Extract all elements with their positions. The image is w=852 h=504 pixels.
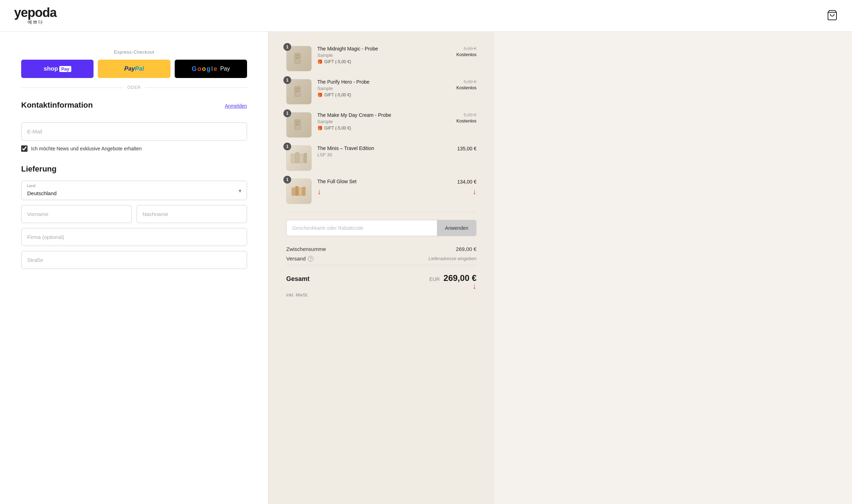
item-discount-1: 🎁 GIFT (-5,00 €) [317, 92, 451, 97]
product-thumbnail-icon-3 [290, 149, 308, 167]
company-input[interactable] [21, 228, 247, 246]
item-image-4 [286, 179, 312, 204]
item-subtitle-1: Sample [317, 86, 451, 91]
item-discount-0: 🎁 GIFT (-5,00 €) [317, 59, 451, 64]
product-thumbnail-icon-1 [292, 85, 306, 99]
total-label: Gesamt [286, 275, 310, 283]
item-img-wrap-0: 1 [286, 46, 312, 71]
item-final-price-4: 134,00 € [457, 179, 477, 185]
item-final-price-3: 135,00 € [457, 146, 477, 151]
item-original-price-1: 5,00 € [456, 79, 476, 84]
newsletter-row: Ich möchte News und exklusive Angebote e… [21, 145, 247, 152]
item-img-wrap-1: 1 [286, 79, 312, 104]
coupon-row: Anwenden [286, 220, 476, 236]
newsletter-checkbox[interactable] [21, 145, 28, 152]
item-name-4: The Full Glow Set [317, 179, 452, 184]
svg-rect-18 [295, 186, 298, 196]
coupon-input[interactable] [286, 220, 437, 236]
item-subtitle-0: Sample [317, 53, 451, 58]
item-quantity-badge-4: 1 [283, 176, 291, 184]
svg-rect-16 [304, 153, 307, 163]
shipping-label: Versand ? [286, 256, 313, 262]
cart-item-minis-travel: 1 The Minis – Travel Edition LSF 30 [286, 145, 476, 171]
item-original-price-2: 5,00 € [456, 112, 476, 118]
red-arrow-down-1: ↓ [317, 187, 321, 196]
item-quantity-badge-0: 1 [283, 43, 291, 51]
newsletter-label: Ich möchte News und exklusive Angebote e… [31, 146, 142, 151]
country-select[interactable]: Deutschland [21, 181, 247, 200]
arrow-indicators: ↓ [317, 187, 452, 196]
firstname-input[interactable] [21, 205, 132, 223]
svg-rect-11 [295, 124, 300, 124]
cart-items-list: 1 The Midnight Magic - Probe Sample [286, 46, 476, 204]
subtotal-value: 269,00 € [456, 246, 476, 252]
vat-note: inkl. MwSt. [286, 292, 476, 298]
item-subtitle-2: Sample [317, 119, 451, 124]
item-details-4: The Full Glow Set ↓ [317, 179, 452, 196]
street-input[interactable] [21, 251, 247, 269]
lastname-input[interactable] [137, 205, 247, 223]
gift-icon-1: 🎁 [317, 92, 323, 97]
red-arrow-price: ↓ [457, 187, 477, 196]
item-quantity-badge-3: 1 [283, 143, 291, 150]
item-details-0: The Midnight Magic - Probe Sample 🎁 GIFT… [317, 46, 451, 64]
shipping-note: Lieferadresse eingeben [428, 256, 476, 261]
express-checkout-label: Express-Checkout [21, 49, 247, 55]
item-price-1: 5,00 € Kostenlos [456, 79, 476, 91]
item-image-2 [286, 112, 312, 138]
site-header: yepoda 예쁘다 [0, 0, 852, 32]
svg-rect-10 [295, 121, 300, 122]
shipping-info-icon[interactable]: ? [308, 256, 313, 262]
anmelden-link[interactable]: Anmelden [225, 103, 247, 109]
item-details-1: The Purify Hero - Probe Sample 🎁 GIFT (-… [317, 79, 451, 97]
svg-rect-19 [299, 188, 302, 196]
item-name-0: The Midnight Magic - Probe [317, 46, 451, 52]
shoppay-button[interactable]: shop Pay [21, 60, 94, 78]
name-row [21, 205, 247, 223]
gpay-logo: Google Pay [192, 65, 230, 73]
order-summary-panel: 1 The Midnight Magic - Probe Sample [268, 32, 494, 504]
gift-icon-2: 🎁 [317, 126, 323, 131]
svg-rect-3 [295, 57, 300, 58]
cart-item-midnight-magic: 1 The Midnight Magic - Probe Sample [286, 46, 476, 71]
item-name-3: The Minis – Travel Edition [317, 145, 452, 151]
gift-icon-0: 🎁 [317, 59, 323, 64]
svg-rect-17 [292, 188, 295, 196]
item-price-4: 134,00 € ↓ [457, 179, 477, 196]
item-subtitle-3: LSF 30 [317, 152, 452, 157]
main-layout: Express-Checkout shop Pay PayPal Google … [0, 32, 852, 504]
logo-text: yepoda [14, 6, 56, 19]
cart-item-full-glow: 1 The Full Glow Set ↓ [286, 179, 476, 204]
payment-buttons: shop Pay PayPal Google Pay [21, 60, 247, 78]
item-name-1: The Purify Hero - Probe [317, 79, 451, 85]
svg-rect-6 [295, 88, 300, 89]
item-image-0 [286, 46, 312, 71]
item-img-wrap-2: 1 [286, 112, 312, 138]
summary-divider [286, 265, 476, 265]
email-input[interactable] [21, 122, 247, 140]
svg-rect-20 [302, 187, 305, 196]
item-details-2: The Make My Day Cream - Probe Sample 🎁 G… [317, 112, 451, 131]
item-image-1 [286, 79, 312, 104]
item-quantity-badge-1: 1 [283, 76, 291, 84]
shop-text: shop [44, 65, 58, 72]
item-quantity-badge-2: 1 [283, 109, 291, 117]
coupon-apply-button[interactable]: Anwenden [437, 220, 476, 236]
oder-divider: ODER [21, 85, 247, 90]
item-img-wrap-3: 1 [286, 145, 312, 171]
paypal-button[interactable]: PayPal [98, 60, 170, 78]
shopping-bag-icon [827, 10, 838, 21]
cart-button[interactable] [827, 10, 838, 22]
gpay-button[interactable]: Google Pay [175, 60, 247, 78]
cart-divider [286, 212, 476, 212]
checkout-form-panel: Express-Checkout shop Pay PayPal Google … [0, 32, 268, 504]
pay-badge: Pay [59, 66, 71, 72]
product-thumbnail-icon-0 [292, 52, 306, 66]
shoppay-logo: shop Pay [44, 65, 71, 72]
item-price-3: 135,00 € [457, 145, 477, 152]
item-discount-2: 🎁 GIFT (-5,00 €) [317, 126, 451, 131]
product-thumbnail-icon-2 [292, 118, 306, 132]
svg-rect-15 [300, 154, 303, 163]
svg-rect-12 [295, 125, 298, 126]
shipping-row: Versand ? Lieferadresse eingeben [286, 256, 476, 262]
